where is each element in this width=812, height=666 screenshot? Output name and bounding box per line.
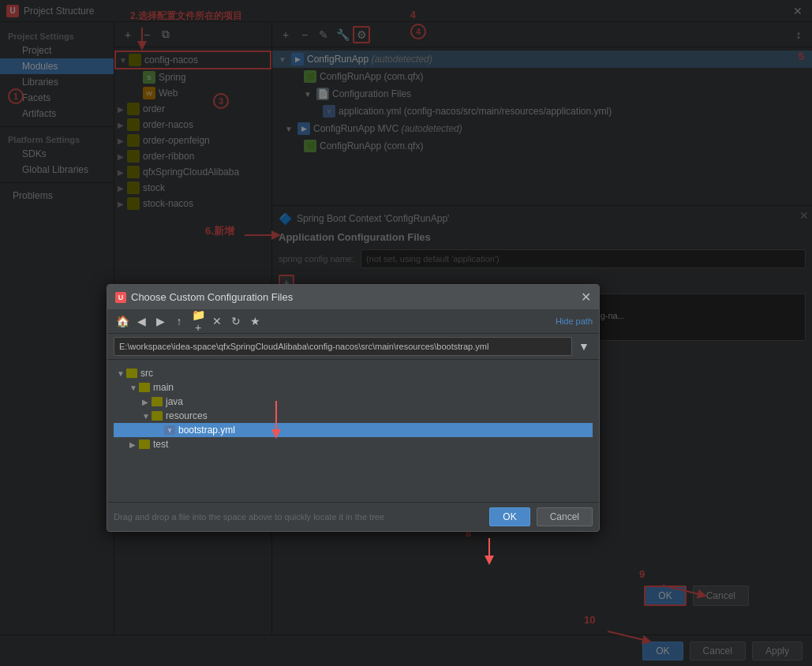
folder-icon — [139, 440, 150, 449]
modal-overlay: U Choose Custom Configuration Files ✕ 🏠 … — [0, 0, 812, 666]
modal-tree-src[interactable]: ▼ src — [114, 366, 593, 380]
modal-delete-button[interactable]: ✕ — [208, 312, 226, 330]
tree-label: java — [166, 396, 183, 407]
modal-refresh-button[interactable]: ↻ — [227, 312, 245, 330]
modal-new-folder-button[interactable]: 📁+ — [189, 312, 207, 330]
modal-tree-main[interactable]: ▼ main — [114, 380, 593, 395]
modal-dialog: U Choose Custom Configuration Files ✕ 🏠 … — [107, 284, 600, 532]
modal-path-input[interactable] — [114, 337, 572, 356]
folder-icon — [139, 383, 150, 392]
modal-icon: U — [115, 292, 126, 303]
modal-title: U Choose Custom Configuration Files — [115, 291, 293, 303]
modal-close-button[interactable]: ✕ — [581, 290, 591, 305]
folder-icon — [152, 411, 163, 421]
modal-next-button[interactable]: ▶ — [152, 312, 169, 330]
modal-toolbar: 🏠 ◀ ▶ ↑ 📁+ ✕ ↻ ★ Hide path — [107, 309, 599, 334]
modal-footer: Drag and drop a file into the space abov… — [107, 502, 599, 531]
modal-title-bar: U Choose Custom Configuration Files ✕ — [107, 285, 599, 309]
tree-label: resources — [166, 410, 208, 421]
folder-icon — [152, 397, 163, 406]
modal-tree-bootstrap-yml[interactable]: Y bootstrap.yml — [114, 423, 593, 437]
expand-arrow: ▶ — [129, 440, 139, 449]
modal-buttons: OK Cancel — [489, 507, 593, 526]
tree-label: test — [153, 439, 168, 450]
yaml-icon: Y — [164, 425, 175, 435]
expand-arrow: ▼ — [129, 384, 139, 392]
modal-hint: Drag and drop a file into the space abov… — [114, 512, 384, 522]
modal-tree-java[interactable]: ▶ java — [114, 395, 593, 409]
modal-tree-test[interactable]: ▶ test — [114, 437, 593, 451]
modal-prev-button[interactable]: ◀ — [133, 312, 150, 330]
modal-body: ▼ src ▼ main ▶ java ▼ resources — [107, 360, 599, 502]
tree-label: bootstrap.yml — [178, 425, 235, 436]
modal-path-dropdown[interactable]: ▼ — [575, 338, 593, 355]
tree-label: main — [153, 382, 174, 393]
modal-up-button[interactable]: ↑ — [170, 312, 188, 330]
hide-path-link[interactable]: Hide path — [556, 316, 593, 326]
modal-ok-button[interactable]: OK — [489, 507, 529, 526]
tree-label: src — [140, 368, 153, 379]
modal-tree-resources[interactable]: ▼ resources — [114, 409, 593, 423]
modal-home-button[interactable]: 🏠 — [114, 312, 131, 330]
folder-icon — [126, 369, 137, 378]
modal-path-bar: ▼ — [107, 334, 599, 360]
expand-arrow: ▼ — [142, 412, 152, 421]
modal-bookmark-button[interactable]: ★ — [246, 312, 264, 330]
modal-toolbar-left: 🏠 ◀ ▶ ↑ 📁+ ✕ ↻ ★ — [114, 312, 264, 330]
modal-cancel-button[interactable]: Cancel — [537, 507, 593, 526]
expand-arrow: ▶ — [142, 398, 152, 406]
modal-title-text: Choose Custom Configuration Files — [131, 291, 293, 303]
expand-arrow: ▼ — [117, 369, 126, 378]
